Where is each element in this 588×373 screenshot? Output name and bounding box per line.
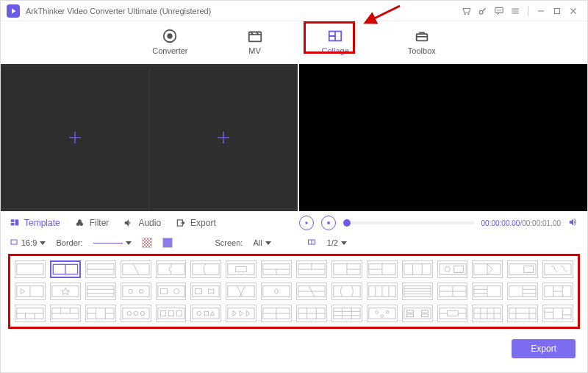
svg-rect-47 xyxy=(193,286,219,297)
key-icon[interactable] xyxy=(475,3,491,19)
template-item[interactable] xyxy=(261,283,292,300)
stop-button[interactable] xyxy=(321,216,336,230)
svg-point-46 xyxy=(173,288,179,294)
seek-slider[interactable] xyxy=(343,221,474,224)
template-item[interactable] xyxy=(190,260,221,278)
tab-export[interactable]: Export xyxy=(176,218,216,228)
template-item[interactable] xyxy=(226,283,257,300)
template-item[interactable] xyxy=(85,260,116,278)
template-item[interactable] xyxy=(472,305,503,322)
ratio-dropdown[interactable]: 16:9 xyxy=(10,238,46,248)
nav-mv[interactable]: MV xyxy=(240,26,270,58)
nav-converter[interactable]: Converter xyxy=(145,26,195,58)
template-item[interactable] xyxy=(50,283,81,300)
feedback-icon[interactable] xyxy=(491,3,507,19)
template-item[interactable] xyxy=(296,260,327,278)
template-item[interactable] xyxy=(437,283,468,300)
maximize-button[interactable] xyxy=(549,3,565,19)
nav-toolbox[interactable]: Toolbox xyxy=(401,26,443,58)
template-item[interactable] xyxy=(15,283,46,300)
template-item[interactable] xyxy=(402,283,433,300)
template-item[interactable] xyxy=(507,283,538,300)
template-item[interactable] xyxy=(472,283,503,300)
template-item[interactable] xyxy=(542,260,573,278)
svg-rect-12 xyxy=(11,223,15,226)
template-item[interactable] xyxy=(121,305,151,322)
close-button[interactable] xyxy=(565,3,581,19)
template-item[interactable] xyxy=(367,283,398,300)
screen-dropdown[interactable]: All xyxy=(253,238,270,247)
border-pattern-swatch[interactable] xyxy=(162,238,173,248)
template-item[interactable] xyxy=(296,283,327,300)
app-logo xyxy=(7,4,20,18)
template-item[interactable] xyxy=(542,305,573,322)
template-item[interactable] xyxy=(367,260,398,278)
template-item[interactable] xyxy=(331,260,362,278)
template-item[interactable] xyxy=(472,260,503,278)
svg-point-42 xyxy=(129,289,132,293)
title-divider xyxy=(528,6,528,16)
svg-rect-67 xyxy=(160,310,165,316)
template-item[interactable] xyxy=(402,260,433,278)
svg-rect-69 xyxy=(176,310,182,316)
template-item[interactable] xyxy=(190,283,221,300)
template-item[interactable] xyxy=(226,260,257,278)
menu-icon[interactable] xyxy=(507,3,523,19)
volume-icon[interactable] xyxy=(568,217,578,230)
export-button[interactable]: Export xyxy=(512,339,576,358)
border-color-swatch[interactable] xyxy=(142,238,152,248)
template-item[interactable] xyxy=(261,260,292,278)
template-item[interactable] xyxy=(542,283,573,300)
svg-rect-18 xyxy=(17,264,43,275)
svg-rect-48 xyxy=(196,288,202,294)
export-icon xyxy=(176,218,186,228)
template-item[interactable] xyxy=(507,305,538,322)
add-media-cell-2[interactable] xyxy=(151,67,296,208)
tab-template[interactable]: Template xyxy=(10,218,60,228)
svg-rect-72 xyxy=(205,311,209,315)
tab-audio[interactable]: Audio xyxy=(123,218,161,228)
cart-icon[interactable] xyxy=(459,3,475,19)
add-media-cell-1[interactable] xyxy=(2,67,148,208)
template-item[interactable] xyxy=(190,305,221,322)
template-item[interactable] xyxy=(156,260,187,278)
play-button[interactable] xyxy=(299,216,314,230)
app-title: ArkThinker Video Converter Ultimate (Unr… xyxy=(26,7,211,15)
split-dropdown[interactable]: 1/2 xyxy=(327,238,347,247)
template-item[interactable] xyxy=(437,260,468,278)
nav-collage[interactable]: Collage xyxy=(315,26,356,58)
svg-rect-76 xyxy=(334,308,360,319)
seek-thumb[interactable] xyxy=(343,219,351,227)
template-item[interactable] xyxy=(331,305,362,322)
svg-rect-5 xyxy=(555,8,560,13)
svg-rect-52 xyxy=(334,286,360,297)
template-item[interactable] xyxy=(367,305,398,322)
tab-filter[interactable]: Filter xyxy=(75,218,110,228)
audio-icon xyxy=(123,218,134,228)
template-item[interactable] xyxy=(50,305,81,322)
template-item[interactable] xyxy=(331,283,362,300)
template-item[interactable] xyxy=(15,260,46,278)
title-bar: ArkThinker Video Converter Ultimate (Unr… xyxy=(1,1,587,21)
svg-rect-35 xyxy=(509,264,536,275)
minimize-button[interactable] xyxy=(533,3,549,19)
template-item[interactable] xyxy=(50,260,81,278)
svg-rect-25 xyxy=(236,266,247,271)
template-item[interactable] xyxy=(437,305,468,322)
border-style-dropdown[interactable] xyxy=(93,241,132,245)
template-item[interactable] xyxy=(85,305,116,322)
template-item[interactable] xyxy=(15,305,46,322)
template-item[interactable] xyxy=(85,283,116,300)
toolbar-options: 16:9 Border: Screen: All 1/2 xyxy=(1,235,587,254)
template-item[interactable] xyxy=(507,260,538,278)
template-item[interactable] xyxy=(156,305,187,322)
template-item[interactable] xyxy=(261,305,292,322)
template-item[interactable] xyxy=(296,305,327,322)
preview-cell-1 xyxy=(299,64,442,211)
mv-icon xyxy=(247,29,263,43)
template-item[interactable] xyxy=(156,283,187,300)
template-item[interactable] xyxy=(121,283,151,300)
template-item[interactable] xyxy=(226,305,257,322)
template-item[interactable] xyxy=(121,260,151,278)
template-item[interactable] xyxy=(402,305,433,322)
